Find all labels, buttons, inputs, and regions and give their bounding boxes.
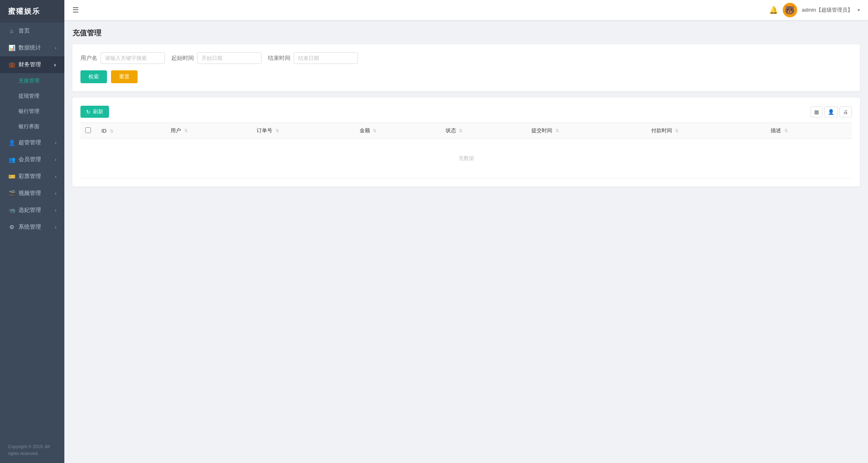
table-toolbar: ↻ 刷新 ▦ 👤 🖨 <box>80 106 852 118</box>
table-card: ↻ 刷新 ▦ 👤 🖨 <box>72 98 860 186</box>
sidebar-item-video-label: 视频管理 <box>19 190 41 197</box>
sort-user-icon[interactable]: ⇅ <box>184 128 188 133</box>
chevron-icon-video: › <box>55 191 56 196</box>
col-submit-time-label: 提交时间 <box>531 127 552 133</box>
sidebar: 蜜獾娱乐 ⌂ 首页 📊 数据统计 › 💼 财务管理 ∨ 充值管理 提现管理 <box>0 0 64 463</box>
sort-status-icon[interactable]: ⇅ <box>459 128 463 133</box>
print-icon: 🖨 <box>843 109 848 115</box>
sidebar-footer: Copyright © 2019. All rights reserved. <box>0 437 64 463</box>
refresh-icon: ↻ <box>86 109 91 115</box>
chevron-icon-admin: › <box>55 141 56 145</box>
sidebar-item-system[interactable]: ⚙ 系统管理 › <box>0 219 64 236</box>
col-submit-time: 提交时间 ⇅ <box>527 123 646 139</box>
col-order: 订单号 ⇅ <box>252 123 355 139</box>
username-input[interactable] <box>101 52 165 64</box>
col-id: ID ⇅ <box>97 123 166 139</box>
export-button[interactable]: ▦ <box>810 107 823 117</box>
refresh-button[interactable]: ↻ 刷新 <box>80 106 109 118</box>
start-time-label: 起始时间 <box>171 55 194 62</box>
sidebar-item-member[interactable]: 👥 会员管理 › <box>0 151 64 168</box>
sidebar-item-video[interactable]: 🎬 视频管理 › <box>0 185 64 202</box>
lottery-icon: 🎫 <box>8 173 15 180</box>
data-table: ID ⇅ 用户 ⇅ 订单号 ⇅ 金额 ⇅ <box>80 123 852 178</box>
content-area: 充值管理 用户名 起始时间 结束时间 检索 重置 <box>64 20 868 463</box>
empty-text: 无数据 <box>80 139 852 178</box>
user-export-button[interactable]: 👤 <box>824 107 838 117</box>
sidebar-subitem-bank-ui[interactable]: 银行界面 <box>0 119 64 134</box>
sidebar-subitem-recharge[interactable]: 充值管理 <box>0 73 64 88</box>
export-icon: ▦ <box>814 109 819 115</box>
finance-icon: 💼 <box>8 61 15 68</box>
system-icon: ⚙ <box>8 223 15 231</box>
sidebar-item-lottery-label: 彩票管理 <box>19 173 41 180</box>
header-left: ☰ <box>72 6 79 14</box>
bell-icon[interactable]: 🔔 <box>769 6 778 14</box>
col-order-label: 订单号 <box>257 127 272 133</box>
user-chevron-icon[interactable]: ▾ <box>858 7 860 13</box>
start-time-filter-group: 起始时间 <box>171 52 261 64</box>
user-avatar[interactable]: 🐻 <box>783 3 797 17</box>
end-time-filter-group: 结束时间 <box>268 52 358 64</box>
sort-pay-time-icon[interactable]: ⇅ <box>675 128 679 133</box>
sidebar-item-anchor-label: 选妃管理 <box>19 207 41 214</box>
table-actions: ▦ 👤 🖨 <box>810 107 852 117</box>
col-pay-time-label: 付款时间 <box>651 127 672 133</box>
col-pay-time: 付款时间 ⇅ <box>646 123 766 139</box>
sort-submit-time-icon[interactable]: ⇅ <box>555 128 559 133</box>
video-icon: 🎬 <box>8 190 15 197</box>
sidebar-nav: ⌂ 首页 📊 数据统计 › 💼 财务管理 ∨ 充值管理 提现管理 银行管理 银行… <box>0 23 64 437</box>
hamburger-button[interactable]: ☰ <box>72 6 79 14</box>
chevron-icon-lottery: › <box>55 174 56 179</box>
col-user: 用户 ⇅ <box>166 123 252 139</box>
sort-id-icon[interactable]: ⇅ <box>110 129 113 133</box>
filter-card: 用户名 起始时间 结束时间 检索 重置 <box>72 44 860 91</box>
chevron-icon-anchor: › <box>55 208 56 213</box>
select-all-checkbox[interactable] <box>85 127 91 133</box>
sidebar-item-system-label: 系统管理 <box>19 223 41 231</box>
anchor-icon: 📹 <box>8 207 15 214</box>
sort-amount-icon[interactable]: ⇅ <box>373 128 376 133</box>
start-time-input[interactable] <box>197 52 261 64</box>
chevron-icon-member: › <box>55 158 56 162</box>
username-filter-group: 用户名 <box>80 52 165 64</box>
sidebar-item-finance-label: 财务管理 <box>19 61 41 68</box>
col-desc: 描述 ⇅ <box>766 123 852 139</box>
col-status-label: 状态 <box>446 127 456 133</box>
sort-order-icon[interactable]: ⇅ <box>276 128 279 133</box>
col-desc-label: 描述 <box>771 127 781 133</box>
checkbox-header <box>80 123 97 139</box>
header-right: 🔔 🐻 admin【超级管理员】 ▾ <box>769 3 860 17</box>
filter-row: 用户名 起始时间 结束时间 <box>80 52 852 64</box>
sidebar-subitem-withdraw[interactable]: 提现管理 <box>0 88 64 104</box>
sidebar-item-home-label: 首页 <box>19 27 30 35</box>
sidebar-item-finance[interactable]: 💼 财务管理 ∨ <box>0 56 64 73</box>
sidebar-item-data-stats[interactable]: 📊 数据统计 › <box>0 39 64 56</box>
main-area: ☰ 🔔 🐻 admin【超级管理员】 ▾ 充值管理 用户名 起始时间 <box>64 0 868 463</box>
col-amount: 金额 ⇅ <box>355 123 441 139</box>
sidebar-item-data-stats-label: 数据统计 <box>19 44 41 51</box>
empty-row: 无数据 <box>80 139 852 178</box>
col-status: 状态 ⇅ <box>441 123 527 139</box>
sidebar-item-anchor[interactable]: 📹 选妃管理 › <box>0 202 64 219</box>
member-icon: 👥 <box>8 156 15 163</box>
reset-button[interactable]: 重置 <box>111 70 138 83</box>
table-body: 无数据 <box>80 139 852 178</box>
end-time-input[interactable] <box>294 52 358 64</box>
app-logo: 蜜獾娱乐 <box>0 0 64 23</box>
sidebar-item-admin[interactable]: 👤 超管管理 › <box>0 134 64 151</box>
search-button[interactable]: 检索 <box>80 70 107 83</box>
sidebar-item-home[interactable]: ⌂ 首页 <box>0 23 64 39</box>
sort-desc-icon[interactable]: ⇅ <box>784 128 788 133</box>
chevron-icon-system: › <box>55 225 56 229</box>
page-title: 充值管理 <box>72 28 860 38</box>
refresh-label: 刷新 <box>93 108 103 115</box>
chevron-icon-finance: ∨ <box>53 63 56 67</box>
user-label[interactable]: admin【超级管理员】 <box>802 6 853 14</box>
col-id-label: ID <box>101 128 107 134</box>
sidebar-subitem-bank[interactable]: 银行管理 <box>0 104 64 119</box>
sidebar-item-lottery[interactable]: 🎫 彩票管理 › <box>0 168 64 185</box>
username-label: 用户名 <box>80 55 97 62</box>
header: ☰ 🔔 🐻 admin【超级管理员】 ▾ <box>64 0 868 20</box>
home-icon: ⌂ <box>8 27 15 35</box>
print-button[interactable]: 🖨 <box>839 107 852 117</box>
